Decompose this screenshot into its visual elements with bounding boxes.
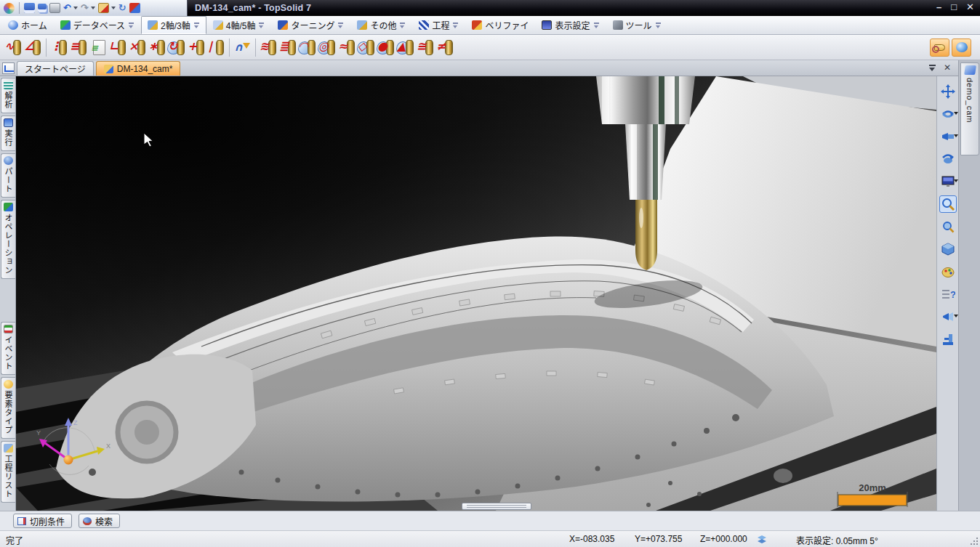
dropdown-arrow-icon[interactable] bbox=[954, 112, 958, 115]
ribbon-tab-database[interactable]: データベース bbox=[54, 16, 141, 34]
panel-splitter-handle[interactable] bbox=[462, 503, 531, 510]
sidebar-tab-process-list[interactable]: 工程リスト bbox=[1, 441, 15, 503]
dropdown-arrow-icon[interactable] bbox=[954, 134, 958, 137]
dropdown-arrow-icon[interactable] bbox=[954, 179, 958, 182]
plunge-milling-icon[interactable]: + bbox=[187, 37, 206, 57]
display-settings-status[interactable]: 表示設定: 0.05mm 5° bbox=[796, 534, 878, 546]
isometric-view-button[interactable] bbox=[939, 240, 957, 258]
drilling-icon[interactable]: ≡ bbox=[69, 37, 89, 57]
refresh-icon[interactable]: ↻ bbox=[119, 3, 126, 13]
document-icon bbox=[964, 65, 976, 75]
zoom-all-button[interactable] bbox=[939, 218, 957, 235]
save-icon[interactable] bbox=[24, 3, 35, 13]
close-tab-icon[interactable]: ✕ bbox=[944, 62, 951, 73]
chevron-down-icon[interactable] bbox=[593, 22, 600, 28]
contouring-icon[interactable]: ∿ bbox=[4, 37, 23, 57]
light-view-button[interactable] bbox=[939, 308, 957, 325]
tab-label: DM-134_cam* bbox=[117, 64, 173, 74]
tool-search-icon[interactable]: ∩ bbox=[233, 37, 252, 57]
ribbon-tab-tools[interactable]: ツール bbox=[606, 16, 668, 34]
topsolid-cam-icon[interactable] bbox=[129, 3, 140, 13]
machine-view-button[interactable] bbox=[939, 331, 957, 348]
sidebar-tab-element-type[interactable]: 要素タイプ bbox=[1, 377, 15, 439]
sidebar-tab-operation[interactable]: オペレーション bbox=[1, 200, 15, 279]
button-label: 切削条件 bbox=[30, 515, 65, 527]
spiral-finishing-icon[interactable]: ◠ bbox=[298, 37, 318, 57]
isoparametric-milling-icon[interactable]: ≈ bbox=[337, 37, 357, 57]
undo-icon[interactable]: ↶ bbox=[63, 3, 71, 13]
resize-grip[interactable] bbox=[971, 538, 978, 545]
z-level-finishing-icon[interactable]: ≠ bbox=[435, 37, 455, 57]
operations-manager-icon[interactable]: ≡ bbox=[89, 37, 108, 57]
z-level-roughing-icon[interactable]: ≅ bbox=[416, 37, 435, 57]
rotate-view-button[interactable] bbox=[939, 150, 957, 168]
swarf-milling-icon[interactable]: ▲ bbox=[396, 37, 416, 57]
document-key-dropdown-icon[interactable] bbox=[111, 7, 116, 9]
chevron-down-icon[interactable] bbox=[399, 22, 406, 28]
search-button[interactable]: 検索 bbox=[79, 514, 120, 528]
dock-tab-demo-cam[interactable]: demo_cam bbox=[960, 62, 979, 155]
display-mode-button[interactable] bbox=[939, 173, 957, 190]
pan-view-button[interactable] bbox=[939, 83, 957, 100]
tab-list-menu-icon[interactable] bbox=[928, 65, 936, 71]
facing-icon[interactable]: ∟ bbox=[108, 37, 128, 57]
redo-dropdown-icon[interactable] bbox=[91, 7, 95, 9]
tag-button[interactable] bbox=[930, 39, 949, 57]
ribbon-tab-4axis-5axis[interactable]: 4軸/5軸 bbox=[206, 16, 272, 34]
chevron-down-icon[interactable] bbox=[258, 22, 265, 28]
topsolid-logo-icon[interactable] bbox=[4, 3, 15, 14]
ribbon-tab-turning[interactable]: ターニング bbox=[271, 16, 350, 34]
contour-remachining-icon[interactable]: ◇ bbox=[357, 37, 377, 57]
chevron-down-icon[interactable] bbox=[337, 22, 344, 28]
chamfering-icon[interactable]: ∠ bbox=[23, 37, 43, 57]
maximize-button[interactable]: □ bbox=[951, 1, 957, 12]
engraving-icon[interactable]: ∣ bbox=[206, 37, 226, 57]
viewport-3d[interactable]: Z Y X 20mm bbox=[16, 76, 936, 511]
chevron-down-icon[interactable] bbox=[128, 22, 134, 28]
tab-bar-controls: ✕ bbox=[928, 62, 958, 76]
ribbon-tab-process[interactable]: 工程 bbox=[412, 16, 465, 34]
parallel-finishing-icon[interactable]: ≣ bbox=[278, 37, 298, 57]
ribbon-tab-2axis-3axis[interactable]: 2軸/3軸 bbox=[141, 16, 206, 34]
chevron-down-icon[interactable] bbox=[655, 22, 662, 28]
cutting-conditions-button[interactable]: 切削条件 bbox=[13, 514, 72, 528]
close-button[interactable]: ✕ bbox=[966, 1, 974, 12]
sidebar-tab-analysis[interactable]: 解析 bbox=[1, 78, 15, 113]
sweeping-3d-icon[interactable]: ≋ bbox=[259, 37, 278, 57]
ribbon-tab-label: 4軸/5軸 bbox=[226, 19, 256, 31]
print-icon[interactable] bbox=[49, 3, 60, 13]
view-options-button[interactable]: ? bbox=[939, 285, 957, 303]
ribbon-tab-other[interactable]: その他 bbox=[350, 16, 412, 34]
document-key-icon[interactable] bbox=[98, 3, 109, 13]
ribbon-tab-display-settings[interactable]: 表示設定 bbox=[535, 16, 606, 34]
assistant-button[interactable] bbox=[952, 39, 971, 57]
flank-milling-icon[interactable]: ↻ bbox=[167, 37, 187, 57]
ribbon-tab-verify[interactable]: ベリファイ bbox=[465, 16, 535, 34]
tab-dm-134-cam[interactable]: DM-134_cam* bbox=[96, 61, 181, 76]
assistant-face-icon bbox=[956, 42, 968, 52]
ribbon-tab-label: ベリファイ bbox=[485, 19, 529, 31]
redo-icon[interactable]: ↷ bbox=[81, 3, 89, 13]
chevron-down-icon[interactable] bbox=[452, 22, 459, 28]
minimize-button[interactable]: – bbox=[936, 1, 941, 12]
tab-start-page[interactable]: スタートページ bbox=[17, 61, 94, 76]
sketch-curve-icon[interactable] bbox=[2, 62, 15, 74]
zoom-window-button[interactable] bbox=[939, 195, 957, 213]
dropdown-arrow-icon[interactable] bbox=[954, 315, 958, 317]
save-all-icon[interactable] bbox=[38, 4, 47, 12]
sidebar-tab-event[interactable]: イベント bbox=[1, 322, 15, 375]
undo-dropdown-icon[interactable] bbox=[73, 7, 78, 9]
ribbon-tab-home[interactable]: ホーム bbox=[1, 16, 54, 34]
chevron-down-icon[interactable] bbox=[193, 22, 200, 28]
layers-icon[interactable] bbox=[756, 535, 768, 546]
pencil-milling-icon[interactable]: ◎ bbox=[318, 37, 337, 57]
rest-machining-icon[interactable]: ● bbox=[377, 37, 396, 57]
boss-milling-icon[interactable]: ∗ bbox=[148, 37, 167, 57]
pocketing-icon[interactable]: × bbox=[128, 37, 148, 57]
camera-view-button[interactable] bbox=[939, 128, 957, 145]
center-drilling-icon[interactable]: ⋮ bbox=[49, 37, 69, 57]
render-style-button[interactable] bbox=[939, 263, 957, 280]
sidebar-tab-part[interactable]: パート bbox=[1, 153, 15, 198]
orbit-view-button[interactable] bbox=[939, 105, 957, 123]
sidebar-tab-execute[interactable]: 実行 bbox=[1, 116, 15, 151]
